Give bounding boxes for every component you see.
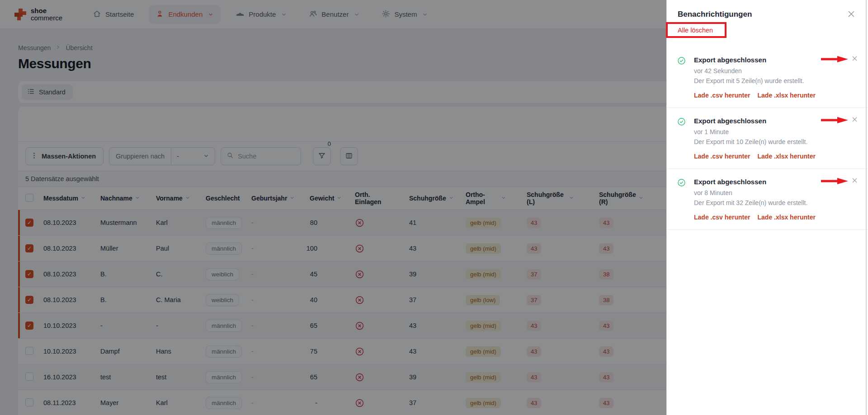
panel-close-button[interactable] (846, 9, 856, 21)
notification-title: Export abgeschlossen (694, 177, 857, 187)
notification-time: vor 42 Sekunden (694, 66, 857, 75)
check-circle-icon (677, 117, 686, 126)
notification-title: Export abgeschlossen (694, 56, 857, 65)
download-csv-link[interactable]: Lade .csv herunter (694, 91, 750, 100)
notification-close-button[interactable] (851, 177, 859, 184)
annotation-highlight-box: Alle löschen (666, 22, 726, 38)
notification-item: Export abgeschlossen vor 8 Minuten Der E… (667, 169, 868, 230)
close-icon (846, 9, 856, 21)
notification-item: Export abgeschlossen vor 42 Sekunden Der… (667, 47, 868, 108)
notification-links: Lade .csv herunter Lade .xlsx herunter (694, 91, 857, 100)
clear-all-button[interactable]: Alle löschen (678, 27, 713, 34)
download-xlsx-link[interactable]: Lade .xlsx herunter (758, 152, 816, 161)
notification-message: Der Export mit 5 Zeile(n) wurde erstellt… (694, 76, 857, 85)
notifications-panel: Benachrichtigungen Alle löschen Export a… (666, 0, 868, 415)
check-circle-icon (677, 178, 686, 187)
notification-links: Lade .csv herunter Lade .xlsx herunter (694, 152, 857, 161)
notification-message: Der Export mit 32 Zeile(n) wurde erstell… (694, 198, 857, 207)
download-xlsx-link[interactable]: Lade .xlsx herunter (758, 91, 816, 100)
notification-links: Lade .csv herunter Lade .xlsx herunter (694, 213, 857, 222)
notification-time: vor 8 Minuten (694, 188, 857, 197)
notifications-header: Benachrichtigungen Alle löschen (667, 0, 868, 47)
notification-time: vor 1 Minute (694, 127, 857, 136)
notification-close-button[interactable] (851, 55, 859, 62)
notifications-list: Export abgeschlossen vor 42 Sekunden Der… (667, 47, 868, 230)
notification-message: Der Export mit 10 Zeile(n) wurde erstell… (694, 137, 857, 146)
notifications-title: Benachrichtigungen (678, 10, 752, 19)
download-csv-link[interactable]: Lade .csv herunter (694, 213, 750, 222)
notification-close-button[interactable] (851, 116, 859, 123)
download-xlsx-link[interactable]: Lade .xlsx herunter (758, 213, 816, 222)
download-csv-link[interactable]: Lade .csv herunter (694, 152, 750, 161)
scrollbar[interactable] (866, 0, 867, 415)
notification-item: Export abgeschlossen vor 1 Minute Der Ex… (667, 108, 868, 169)
check-circle-icon (677, 56, 686, 65)
notification-title: Export abgeschlossen (694, 117, 857, 126)
